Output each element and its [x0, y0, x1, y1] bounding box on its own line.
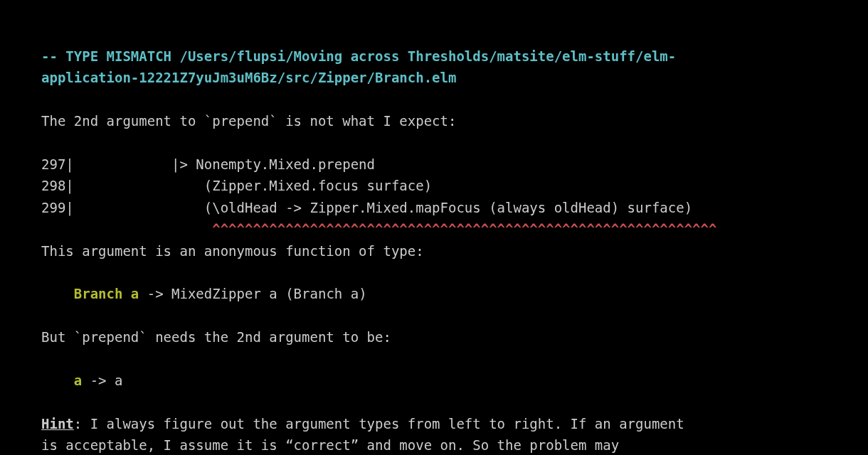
explain-expected-type: But `prepend` needs the 2nd argument to …: [41, 326, 827, 348]
expected-type-line: a -> a: [41, 370, 827, 391]
highlighted-type-2: a: [74, 373, 82, 388]
highlighted-type-1: Branch a: [74, 286, 139, 301]
indent: [41, 373, 74, 388]
spacer: [41, 391, 827, 412]
hint-line2: is acceptable, I assume it is “correct” …: [41, 434, 827, 455]
error-intro: The 2nd argument to `prepend` is not wha…: [41, 110, 827, 132]
error-header-line1: -- TYPE MISMATCH /Users/flupsi/Moving ac…: [41, 46, 827, 67]
indent: [41, 286, 74, 301]
spacer: [41, 89, 827, 110]
error-caret-underline: ^^^^^^^^^^^^^^^^^^^^^^^^^^^^^^^^^^^^^^^^…: [41, 218, 827, 240]
spacer: [41, 348, 827, 369]
explain-actual-type: This argument is an anonymous function o…: [41, 240, 827, 262]
hint-text-1: : I always figure out the argument types…: [74, 416, 684, 432]
terminal-output: -- TYPE MISMATCH /Users/flupsi/Moving ac…: [10, 10, 858, 445]
spacer: [41, 132, 827, 154]
spacer: [41, 305, 827, 326]
code-line-299: 299| (\oldHead -> Zipper.Mixed.mapFocus …: [41, 197, 827, 218]
rest-type-1: -> MixedZipper a (Branch a): [139, 286, 366, 301]
code-line-297: 297| |> Nonempty.Mixed.prepend: [41, 154, 827, 175]
error-header-line2: application-12221Z7yuJm3uM6Bz/src/Zipper…: [41, 67, 827, 88]
hint-label: Hint: [41, 416, 74, 432]
hint-line1: Hint: I always figure out the argument t…: [41, 413, 827, 434]
actual-type-line: Branch a -> MixedZipper a (Branch a): [41, 283, 827, 304]
rest-type-2: -> a: [82, 373, 122, 388]
code-line-298: 298| (Zipper.Mixed.focus surface): [41, 175, 827, 196]
spacer: [41, 262, 827, 283]
